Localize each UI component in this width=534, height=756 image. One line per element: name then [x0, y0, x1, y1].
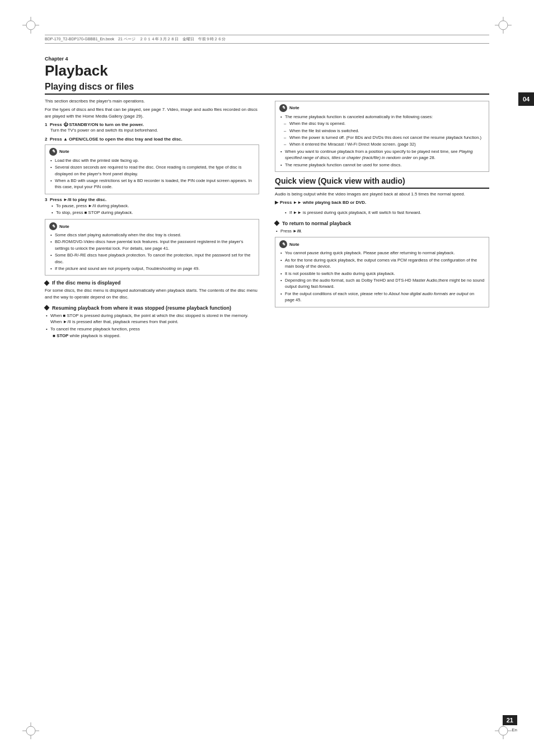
note-header-2: ✎ Note — [49, 222, 255, 230]
chapter-tab: 04 — [518, 92, 534, 106]
intro-text1: This section describes the player's main… — [45, 98, 259, 105]
quick-view-title: Quick view (Quick view with audio) — [275, 176, 489, 189]
step-3-label: 3 Press ►/II to play the disc. — [45, 197, 259, 202]
step-1-desc: Turn the TV's power on and switch its in… — [50, 128, 259, 134]
qv-note-3: Depending on the audio format, such as D… — [279, 277, 485, 290]
corner-mark-tr — [495, 17, 512, 34]
right-note-sub-4: When it entered the Miracast / Wi-Fi Dir… — [279, 141, 485, 147]
file-info-text: BDP-170_T2-BDP170-GBBB1_En.book 21 ページ ２… — [45, 36, 226, 42]
qv-note-list: You cannot pause during quick playback. … — [279, 250, 485, 303]
note2-item-2: Some BD-R/-RE discs have playback protec… — [49, 252, 255, 265]
right-note-item-0: The resume playback function is canceled… — [279, 114, 485, 120]
step3-bullet-1: To stop, press ■ STOP during playback. — [50, 209, 259, 216]
right-note-sub-2: When the file list window is switched. — [279, 128, 485, 134]
qv-note-1: As for the tone during quick playback, t… — [279, 257, 485, 270]
subsection-resuming: Resuming playback from where it was stop… — [45, 305, 259, 339]
right-note-list: The resume playback function is canceled… — [279, 114, 485, 168]
return-normal-bullets: Press ►/II. — [275, 228, 489, 235]
corner-mark-tl — [22, 17, 39, 34]
chapter-label: Chapter 4 — [45, 56, 489, 62]
note-box-right: ✎ Note The resume playback function is c… — [275, 101, 489, 172]
svg-point-15 — [499, 726, 508, 735]
qv-note-2: It is not possible to switch the audio d… — [279, 270, 485, 277]
step-3: 3 Press ►/II to play the disc. To pause,… — [45, 197, 259, 216]
intro-text2: For the types of discs and files that ca… — [45, 106, 259, 119]
disc-menu-title: If the disc menu is displayed — [45, 280, 259, 286]
resuming-bullet-1: To cancel the resume playback function, … — [45, 326, 259, 339]
svg-point-10 — [26, 726, 35, 735]
return-normal-step: Press ►/II. — [275, 228, 489, 235]
resuming-title: Resuming playback from where it was stop… — [45, 305, 259, 311]
note1-item-2: When a BD with usage restrictions set by… — [49, 178, 255, 190]
note-box-2: ✎ Note Some discs start playing automati… — [45, 219, 259, 276]
return-normal-title: To return to normal playback — [275, 221, 489, 226]
note-list-2: Some discs start playing automatically w… — [49, 232, 255, 272]
note-header-qv: ✎ Note — [279, 240, 485, 248]
note-box-1: ✎ Note Load the disc with the printed si… — [45, 144, 259, 194]
right-note-item-6: The resume playback function cannot be u… — [279, 162, 485, 168]
file-info-bar: BDP-170_T2-BDP170-GBBB1_En.book 21 ページ ２… — [45, 35, 489, 44]
note2-item-3: If the picture and sound are not properl… — [49, 265, 255, 272]
note-icon-2: ✎ — [49, 222, 57, 230]
diamond-icon-3 — [274, 221, 280, 226]
quick-view-step: ▶ Press ►► while playing back BD or DVD. — [275, 199, 489, 208]
left-column: This section describes the player's main… — [45, 98, 259, 342]
step-2-label: 2 Press ▲ OPEN/CLOSE to open the disc tr… — [45, 137, 259, 142]
subsection-return-normal: To return to normal playback Press ►/II. — [275, 221, 489, 235]
note-box-quick-view: ✎ Note You cannot pause during quick pla… — [275, 237, 489, 307]
note-header-1: ✎ Note — [49, 148, 255, 156]
step-2: 2 Press ▲ OPEN/CLOSE to open the disc tr… — [45, 137, 259, 142]
note-icon-1: ✎ — [49, 148, 57, 156]
right-column: ✎ Note The resume playback function is c… — [275, 98, 489, 342]
quick-view-step-label: Press ►► while playing back BD or DVD. — [280, 199, 366, 206]
content-area: Chapter 4 Playback Playing discs or file… — [45, 56, 489, 711]
note2-item-1: BD-ROM/DVD-Video discs have parental loc… — [49, 239, 255, 251]
svg-point-0 — [26, 21, 35, 30]
two-column-layout: This section describes the player's main… — [45, 98, 489, 342]
qv-note-4: For the output conditions of each voice,… — [279, 291, 485, 304]
svg-point-5 — [499, 21, 508, 30]
note-icon-right: ✎ — [279, 104, 287, 112]
quick-view-body: Audio is being output while the video im… — [275, 191, 489, 198]
page: BDP-170_T2-BDP170-GBBB1_En.book 21 ページ ２… — [0, 0, 534, 756]
disc-menu-body: For some discs, the disc menu is display… — [45, 287, 259, 300]
chapter-title: Playback — [45, 63, 489, 79]
arrow-symbol: ▶ — [275, 200, 278, 205]
right-note-item-5: When you want to continue playback from … — [279, 148, 485, 161]
resuming-bullet-0: When ■ STOP is pressed during playback, … — [45, 312, 259, 325]
quick-view-step-sub-0: If ►► is pressed during quick playback, … — [284, 209, 489, 216]
step-3-bullets: To pause, press ►/II during playback. To… — [50, 203, 259, 216]
note2-item-0: Some discs start playing automatically w… — [49, 232, 255, 238]
right-note-sub-1: When the disc tray is opened. — [279, 120, 485, 127]
note-list-1: Load the disc with the printed side faci… — [49, 157, 255, 190]
page-lang: En — [512, 727, 517, 732]
section-title: Playing discs or files — [45, 81, 489, 95]
note1-item-1: Several dozen seconds are required to re… — [49, 164, 255, 177]
page-number-badge: 21 — [503, 715, 517, 725]
qv-note-0: You cannot pause during quick playback. … — [279, 250, 485, 256]
diamond-icon-2 — [44, 305, 50, 311]
note-header-right: ✎ Note — [279, 104, 485, 112]
right-note-sub-3: When the power is turned off. (For BDs a… — [279, 134, 485, 141]
note1-item-0: Load the disc with the printed side faci… — [49, 157, 255, 164]
quick-view-step-sub: If ►► is pressed during quick playback, … — [284, 209, 489, 216]
corner-mark-bl — [22, 722, 39, 739]
subsection-disc-menu: If the disc menu is displayed For some d… — [45, 280, 259, 300]
resuming-bullets: When ■ STOP is pressed during playback, … — [45, 312, 259, 339]
note-icon-qv: ✎ — [279, 240, 287, 248]
step-1-label: 1 Press ⏻ STANDBY/ON to turn on the powe… — [45, 122, 259, 127]
diamond-icon-1 — [44, 280, 50, 286]
step3-bullet-0: To pause, press ►/II during playback. — [50, 203, 259, 209]
step-1: 1 Press ⏻ STANDBY/ON to turn on the powe… — [45, 122, 259, 134]
